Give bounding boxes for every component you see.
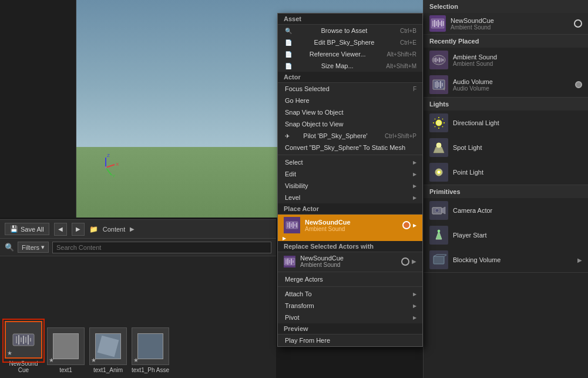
back-button[interactable]: ◀ (54, 223, 67, 236)
divider-3 (278, 286, 422, 287)
blocking-volume-icon (429, 250, 448, 269)
list-item[interactable]: ★ text1_Anim (89, 327, 127, 373)
player-start-item[interactable]: Player Start (424, 223, 588, 247)
search-bar: 🔍 Filters ▾ (0, 239, 276, 256)
left-panel (0, 0, 76, 218)
primitives-section: Primitives Camera Actor (424, 185, 588, 273)
content-item-thumb: ★ (47, 327, 85, 365)
divider-1 (278, 155, 422, 155)
right-panel: Selection NewSoundCue Ambient Sound (423, 0, 588, 378)
content-item-thumb: ★ (89, 327, 127, 365)
visibility-item[interactable]: Visibility (278, 180, 422, 192)
audio-volume-badge (575, 81, 582, 88)
browse-icon: 🔍 (285, 28, 292, 34)
player-start-name: Player Start (453, 232, 582, 239)
directional-light-item[interactable]: Directional Light (424, 111, 588, 135)
focus-selected-item[interactable]: Focus Selected F (278, 83, 422, 95)
svg-line-63 (435, 126, 435, 127)
filters-label: Filters (22, 244, 39, 251)
audio-volume-item[interactable]: Audio Volume Audio Volume (424, 72, 588, 97)
transform-label: Transform (285, 302, 314, 309)
selection-name: NewSoundCue (451, 17, 569, 24)
replace-item-name: NewSoundCue (300, 255, 397, 262)
content-arrow: ▶ (130, 226, 135, 232)
convert-item[interactable]: Convert "BP_Sky_Sphere" To Static Mesh (278, 142, 422, 153)
content-items: ★ NewSoundCue ★ text1 ★ text1_Anim ★ (0, 256, 276, 378)
size-map-item[interactable]: 📄 Size Map... Alt+Shift+M (278, 60, 422, 72)
star-badge: ★ (133, 357, 139, 363)
size-map-shortcut: Alt+Shift+M (386, 63, 416, 69)
edit-shortcut: Ctrl+E (400, 39, 416, 46)
spot-light-text: Spot Light (453, 144, 582, 151)
select-label: Select (285, 159, 303, 166)
reference-viewer-item[interactable]: 📄 Reference Viewer... Alt+Shift+R (278, 48, 422, 60)
svg-line-60 (435, 119, 435, 119)
ambient-sound-icon (429, 51, 448, 69)
pilot-item[interactable]: ✈ Pilot 'BP_Sky_Sphere' Ctrl+Shift+P (278, 130, 422, 142)
content-item-label: NewSoundCue (5, 360, 42, 373)
merge-actors-item[interactable]: Merge Actors (278, 273, 422, 285)
list-item[interactable]: ★ text1 (47, 327, 85, 373)
audio-volume-name: Audio Volume (453, 78, 570, 85)
svg-line-62 (442, 119, 443, 119)
toolbar-top: 💾 Save All ◀ ▶ 📁 Content ▶ (0, 220, 276, 239)
camera-actor-item[interactable]: Camera Actor (424, 198, 588, 223)
focus-shortcut: F (413, 86, 416, 92)
search-input[interactable] (52, 242, 271, 253)
forward-button[interactable]: ▶ (72, 223, 85, 236)
recently-placed-section: Recently Placed Ambient Sound Ambient So… (424, 35, 588, 98)
edit-bp-sky-item[interactable]: 📄 Edit BP_Sky_Sphere Ctrl+E (278, 36, 422, 48)
point-light-item[interactable]: Point Light (424, 160, 588, 185)
content-item-label: text1_Anim (93, 367, 123, 373)
svg-rect-73 (434, 256, 444, 264)
go-here-label: Go Here (285, 97, 310, 104)
selection-item[interactable]: NewSoundCue Ambient Sound (424, 13, 588, 34)
content-item-label: text1_Ph Asse (132, 367, 169, 373)
transform-item[interactable]: Transform (278, 300, 422, 312)
svg-line-61 (442, 126, 443, 127)
pivot-item[interactable]: Pivot (278, 312, 422, 323)
blocking-volume-text: Blocking Volume (453, 256, 573, 263)
list-item[interactable]: ★ NewSoundCue (5, 321, 42, 373)
place-actor-newsoundcue-item[interactable]: NewSoundCue Ambient Sound ▶ (278, 215, 422, 241)
snap-view-label: Snap View to Object (285, 109, 343, 116)
browse-shortcut: Ctrl+B (400, 28, 416, 34)
play-from-here-label: Play From Here (285, 337, 330, 344)
replace-section-header: Replace Selected Actors with (278, 241, 422, 252)
divider-2 (278, 272, 422, 272)
blocking-volume-item[interactable]: Blocking Volume ▶ (424, 247, 588, 272)
level-item[interactable]: Level (278, 192, 422, 203)
go-here-item[interactable]: Go Here (278, 95, 422, 106)
pilot-icon: ✈ (285, 133, 290, 139)
list-item[interactable]: ★ text1_Ph Asse (132, 327, 169, 373)
svg-point-67 (437, 170, 441, 174)
search-icon[interactable]: 🔍 (5, 243, 14, 252)
more-icon: ▶ (577, 257, 582, 263)
ambient-sound-name: Ambient Sound (453, 53, 582, 61)
filters-button[interactable]: Filters ▾ (18, 242, 49, 253)
svg-marker-65 (434, 147, 444, 153)
reference-icon: 📄 (285, 51, 292, 58)
attach-to-item[interactable]: Attach To (278, 288, 422, 300)
select-item[interactable]: Select (278, 156, 422, 168)
edit-item[interactable]: Edit (278, 168, 422, 180)
play-from-here-item[interactable]: Play From Here (278, 334, 422, 346)
content-label: Content (103, 226, 126, 233)
lights-section: Lights Directional Light (424, 98, 588, 185)
ambient-sound-item[interactable]: Ambient Sound Ambient Sound (424, 48, 588, 72)
svg-point-70 (435, 209, 439, 212)
save-all-button[interactable]: 💾 Save All (5, 223, 49, 235)
browse-to-asset-item[interactable]: 🔍 Browse to Asset Ctrl+B (278, 25, 422, 36)
edit-label: Edit (285, 170, 296, 178)
snap-object-label: Snap Object to View (285, 121, 343, 128)
replace-newsoundcue-item[interactable]: NewSoundCue Ambient Sound ▶ (278, 252, 422, 270)
player-start-text: Player Start (453, 232, 582, 239)
spot-light-item[interactable]: Spot Light (424, 135, 588, 160)
snap-view-item[interactable]: Snap View to Object (278, 106, 422, 118)
ambient-sound-text: Ambient Sound Ambient Sound (453, 53, 582, 67)
browse-to-asset-label: Browse to Asset (321, 27, 368, 34)
reference-viewer-label: Reference Viewer... (310, 51, 366, 58)
snap-object-item[interactable]: Snap Object to View (278, 118, 422, 130)
ambient-sound-sub: Ambient Sound (453, 61, 582, 67)
save-all-label: Save All (21, 226, 44, 233)
